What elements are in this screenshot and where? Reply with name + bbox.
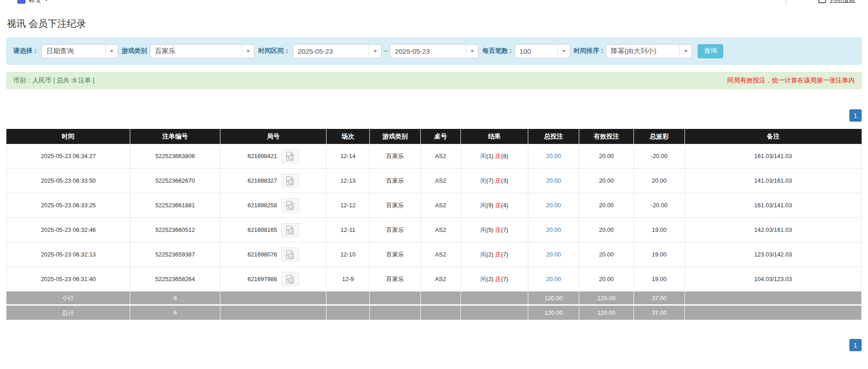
result-cell: 闲(5) 庄(7) [461,218,528,242]
per-page-select[interactable]: 100 [515,44,570,58]
subtotal-row-remark [685,292,862,306]
result-cell: 闲(7) 庄(3) [461,169,528,193]
page-button-top[interactable]: 1 [849,109,862,122]
video-replay-button[interactable] [281,149,299,163]
round-id-cell: 621698421 [220,144,327,169]
video-replay-icon [285,201,295,210]
table-row: 2025-05-23 06:32:13522523659387621698076… [6,242,862,267]
game-type-cell: 百家乐 [370,267,421,292]
remark-cell: 141.03/161.03 [685,169,862,193]
payout-cell: 20.00 [634,169,685,193]
video-replay-button[interactable] [281,223,299,237]
table-row: 2025-05-23 06:31:40522523658264621697988… [6,267,862,292]
game-type-select[interactable]: 百家乐 [150,44,255,58]
total-bet-link[interactable]: 20.00 [546,251,561,258]
sort-value: 降幂(由大到小) [606,47,679,56]
column-header: 注单编号 [130,129,220,144]
remark-cell: 161.03/141.03 [685,144,862,169]
query-type-select[interactable]: 日期查询 [41,44,118,58]
column-header: 桌号 [421,129,461,144]
video-replay-icon [285,226,295,235]
chevron-down-icon [557,45,570,58]
result-player-points: (1) [486,153,494,159]
summary-bar: 币别：人民币 | 总共 :6 注单 | 同局有效投注，统一计算在该局第一张注单内 [6,72,862,89]
total-row-empty [461,306,528,320]
subtotal-row-valid-bet: 120.00 [579,292,634,306]
total-bet-cell: 20.00 [528,193,579,218]
result-cell: 闲(9) 庄(4) [461,193,528,218]
result-banker: 庄 [495,202,501,209]
game-type-value: 百家乐 [150,47,242,56]
table-row: 2025-05-23 06:32:46522523660512621698165… [6,218,862,242]
table-no-cell: AS2 [421,267,461,292]
result-cell: 闲(2) 庄(7) [461,267,528,292]
video-replay-button[interactable] [281,272,299,286]
game-type-cell: 百家乐 [370,144,421,169]
date-from-select[interactable]: 2025-05-23 [293,44,382,58]
range-separator: ~ [384,47,388,55]
table-no-cell: AS2 [421,169,461,193]
total-bet-link[interactable]: 20.00 [546,276,561,282]
total-row-label: 总计 [6,306,130,320]
chevron-down-icon [242,45,254,58]
video-replay-button[interactable] [281,198,299,212]
sort-label: 时间排序 : [574,47,603,55]
topbar-right-link[interactable]: 列印报表 [818,0,855,4]
video-replay-icon [285,250,295,259]
round-id-cell: 621698076 [220,242,327,267]
total-bet-link[interactable]: 20.00 [546,226,561,233]
total-row-remark [685,306,862,320]
column-header: 结果 [461,129,528,144]
chevron-down-icon [466,45,478,58]
subtotal-row-empty [461,292,528,306]
topbar-left-link[interactable]: 帐变 [17,0,48,4]
round-id: 621698076 [247,251,277,258]
result-banker-points: (8) [501,153,508,159]
total-bet-link[interactable]: 20.00 [546,153,561,159]
result-banker-points: (7) [501,276,508,282]
column-header: 时间 [6,129,130,144]
chevron-down-icon [105,45,117,58]
total-bet-cell: 20.00 [528,267,579,292]
total-row-count: 6 [130,306,220,320]
date-from-value: 2025-05-23 [293,47,369,55]
subtotal-row-total-bet: 120.00 [528,292,579,306]
total-bet-cell: 20.00 [528,144,579,169]
total-bet-link[interactable]: 20.00 [546,202,561,209]
remark-cell: 142.03/161.03 [685,218,862,242]
time-range-label: 时间区间： [258,47,290,55]
round-id: 621697988 [247,276,277,282]
video-replay-button[interactable] [281,174,299,188]
bet-id-cell: 522523658264 [130,267,220,292]
video-replay-button[interactable] [281,247,299,261]
column-header: 局号 [220,129,327,144]
same-round-notice: 同局有效投注，统一计算在该局第一张注单内 [727,77,855,85]
total-row-empty [421,306,461,320]
result-banker: 庄 [495,251,501,258]
date-to-select[interactable]: 2025-05-23 [390,44,479,58]
query-button[interactable]: 查询 [698,44,723,58]
subtotal-row-count: 6 [130,292,220,306]
column-header: 总派彩 [634,129,685,144]
topbar-divider [786,0,786,5]
result-player-points: (7) [486,177,494,184]
remark-cell: 123.03/142.03 [685,242,862,267]
video-replay-icon [285,275,295,284]
table-header-row: 时间注单编号局号场次游戏类别桌号结果总投注有效投注总派彩备注 [6,129,862,144]
chevron-down-icon [45,0,48,1]
sort-select[interactable]: 降幂(由大到小) [606,44,692,58]
page-button-bottom[interactable]: 1 [849,339,862,351]
total-bet-cell: 20.00 [528,242,579,267]
valid-bet-cell: 20.00 [579,242,634,267]
date-to-value: 2025-05-23 [390,47,466,55]
bet-id-cell: 522523659387 [130,242,220,267]
game-type-cell: 百家乐 [370,193,421,218]
total-bet-cell: 20.00 [528,169,579,193]
payout-cell: 19.00 [634,218,685,242]
result-player-points: (5) [486,226,494,233]
remark-cell: 104.03/123.03 [685,267,862,292]
session-cell: 12-10 [327,242,370,267]
round-id-cell: 621698165 [220,218,327,242]
total-row-payout: 37.00 [634,306,685,320]
total-bet-link[interactable]: 20.00 [546,177,561,184]
